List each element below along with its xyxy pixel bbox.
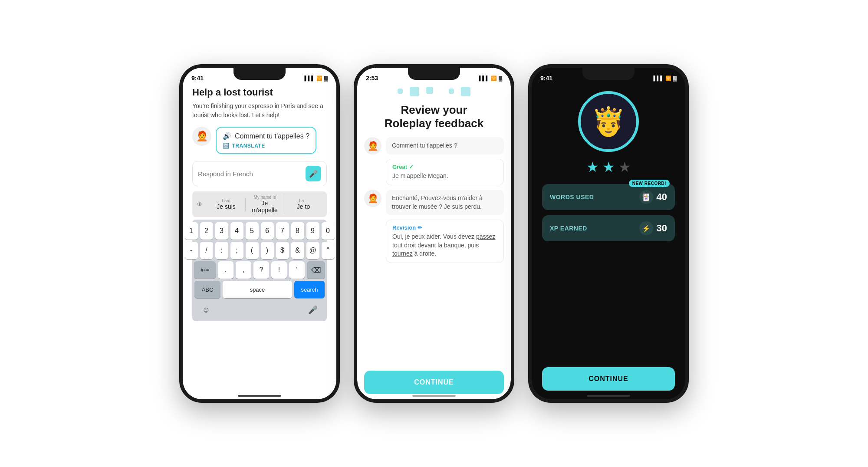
chat-bubble-1: 🔊 Comment tu t'appelles ? 🈳 TRANSLATE [216,127,316,154]
words-used-card: NEW RECORD! WORDS USED 🃏 40 [542,184,675,210]
mic-btn[interactable]: 🎤 [306,166,321,181]
key-hashplus[interactable]: #+= [194,261,216,279]
response-2: Revision ✏ Oui, je peux aider. Vous deve… [386,220,504,263]
microphone-icon: 🎤 [309,170,318,178]
xp-earned-right: ⚡ 30 [639,221,667,235]
bubble-text-1: 🔊 Comment tu t'appelles ? [223,132,309,140]
page-title-1: Help a lost tourist [192,87,327,98]
keyboard-row-bottom: ABC space search [194,281,325,298]
notch-3 [582,68,635,80]
xp-earned-card: XP EARNED ⚡ 30 [542,215,675,241]
keyboard-row-misc: #+= . , ? ! ' ⌫ [194,261,325,279]
status-icons-3: ▌▌▌ 🛜 ▓ [654,76,677,81]
key-6[interactable]: 6 [261,222,274,240]
xp-earned-label: XP EARNED [550,225,587,232]
speaker-icon: 🔊 [223,132,231,140]
emoji-key[interactable]: ☺ [197,302,215,318]
response-1: Great ✓ Je m'appelle Megan. [386,159,504,185]
signal-icon-3: ▌▌▌ [654,76,664,81]
key-2[interactable]: 2 [200,222,213,240]
key-at[interactable]: @ [306,242,319,259]
time-3: 9:41 [540,75,552,82]
feedback-avatar-2: 🧑‍🦰 [364,190,381,207]
avatar-ring: 🤴 [578,91,639,152]
key-7[interactable]: 7 [276,222,289,240]
suggestion-1[interactable]: I am Je suis [207,197,246,211]
new-record-badge: NEW RECORD! [629,180,670,187]
time-2: 2:53 [366,75,378,82]
phone-1: 9:41 ▌▌▌ 🛜 ▓ Help a lost tourist You're … [179,64,340,403]
suggestion-3[interactable]: I a... Je to [284,197,322,211]
key-exclaim[interactable]: ! [271,261,287,279]
battery-icon-3: ▓ [673,76,677,81]
feedback-bubble-1: Comment tu t'appelles ? [386,137,504,155]
key-3[interactable]: 3 [215,222,228,240]
key-4[interactable]: 4 [230,222,243,240]
deco-dot-1 [398,89,403,94]
deco-dot-4 [449,89,454,94]
key-dash[interactable]: - [185,242,198,259]
deco-dot-2 [410,87,419,96]
phone-3: 9:41 ▌▌▌ 🛜 ▓ 🤴 ★ ★ ★ [528,64,689,403]
key-lparen[interactable]: ( [246,242,259,259]
star-2: ★ [602,159,615,175]
star-1: ★ [586,159,599,175]
key-8[interactable]: 8 [291,222,304,240]
wifi-icon-2: 🛜 [491,76,497,81]
key-dollar[interactable]: $ [276,242,289,259]
wifi-icon-3: 🛜 [665,76,671,81]
key-rparen[interactable]: ) [261,242,274,259]
key-amp[interactable]: & [291,242,304,259]
words-used-label: WORDS USED [550,194,594,201]
suggestion-2[interactable]: My name is Je m'appelle [246,194,284,214]
key-delete[interactable]: ⌫ [307,261,325,279]
home-indicator-1 [238,395,281,397]
keyboard-mic[interactable]: 🎤 [304,302,322,318]
status-icons-1: ▌▌▌ 🛜 ▓ [305,76,328,81]
deco-dots [364,87,504,96]
translate-icon: 🈳 [223,143,230,149]
notch-2 [408,68,460,80]
words-used-right: 🃏 40 [639,190,667,204]
keyboard: 1 2 3 4 5 6 7 8 9 0 - / : [192,220,327,321]
xp-icon: ⚡ [639,221,653,235]
key-quote[interactable]: " [322,242,335,259]
words-icon: 🃏 [639,190,653,204]
word-suggestions: 👁 I am Je suis My name is Je m'appelle I… [192,191,327,217]
key-apostrophe[interactable]: ' [289,261,305,279]
key-5[interactable]: 5 [246,222,259,240]
stars-row: ★ ★ ★ [586,159,631,175]
key-semicolon[interactable]: ; [230,242,243,259]
home-indicator-3 [587,395,630,397]
key-9[interactable]: 9 [306,222,319,240]
key-comma[interactable]: , [236,261,251,279]
continue-btn-2[interactable]: CONTINUE [364,371,504,394]
feedback-bubble-2: Enchanté, Pouvez-vous m'aider à trouver … [386,190,504,215]
respond-input-row[interactable]: 🎤 [192,161,327,186]
continue-btn-3[interactable]: CONTINUE [542,367,675,391]
notch-1 [233,68,286,80]
phone2-content: Review yourRoleplay feedback 🧑‍🦰 Comment… [357,87,511,399]
translate-btn[interactable]: 🈳 TRANSLATE [223,143,309,149]
phone-2: 2:53 ▌▌▌ 🛜 ▓ Review yourRoleplay feedbac… [354,64,514,403]
key-question[interactable]: ? [253,261,269,279]
keyboard-bottom-bar: ☺ 🎤 [194,300,325,319]
avatar-1: 🧑‍🦰 [192,127,211,146]
key-1[interactable]: 1 [185,222,198,240]
response-bubble-2: Revision ✏ Oui, je peux aider. Vous deve… [386,220,504,263]
key-slash[interactable]: / [200,242,213,259]
key-0[interactable]: 0 [322,222,335,240]
page-desc-1: You're finishing your espresso in Paris … [192,102,327,120]
key-period[interactable]: . [218,261,233,279]
feedback-row-1: 🧑‍🦰 Comment tu t'appelles ? [364,137,504,155]
star-3: ★ [618,159,631,175]
key-abc[interactable]: ABC [194,281,220,298]
search-key[interactable]: search [294,281,325,298]
feedback-avatar-1: 🧑‍🦰 [364,137,381,155]
hide-suggestions-icon[interactable]: 👁 [197,201,203,208]
key-space[interactable]: space [223,281,292,298]
underline-tournez: tournez [392,250,413,257]
respond-input[interactable] [198,170,306,178]
feedback-scroll: 🧑‍🦰 Comment tu t'appelles ? Great ✓ Je m… [364,137,504,366]
key-colon[interactable]: : [215,242,228,259]
